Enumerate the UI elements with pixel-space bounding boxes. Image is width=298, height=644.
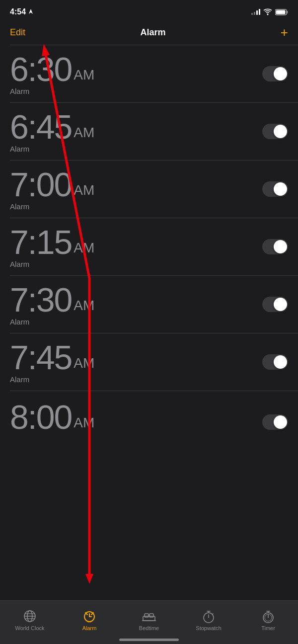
alarm-icon [82,609,96,623]
alarm-item-630[interactable]: 6:30 AM Alarm [0,45,298,102]
toggle-knob [274,415,287,429]
alarm-ampm: AM [74,415,94,434]
svg-line-18 [91,613,93,615]
page-title: Alarm [140,27,165,38]
alarm-toggle-730[interactable] [262,297,288,312]
toggle-knob [274,125,287,138]
alarm-info: 6:30 AM Alarm [10,52,94,95]
alarm-toggle-745[interactable] [262,354,288,370]
svg-rect-22 [149,614,153,617]
status-bar: 4:54 [0,0,298,22]
edit-button[interactable]: Edit [10,27,25,38]
svg-line-17 [85,613,87,615]
tab-timer[interactable]: Timer [238,609,298,631]
svg-marker-0 [29,9,33,14]
alarm-item-745[interactable]: 7:45 AM Alarm [0,333,298,391]
nav-bar: Edit Alarm + [0,22,298,45]
alarm-toggle-700[interactable] [262,181,288,197]
status-time: 4:54 [10,7,34,16]
alarm-ampm: AM [74,182,94,201]
svg-rect-21 [145,614,149,617]
alarm-label: Alarm [10,318,94,326]
alarm-label: Alarm [10,87,94,95]
timer-icon [261,609,275,623]
toggle-knob [274,298,287,311]
alarm-label: Alarm [10,202,94,211]
alarm-toggle-645[interactable] [262,124,288,139]
location-icon [28,9,34,15]
toggle-knob [274,67,287,80]
alarm-time: 6:30 [10,52,72,86]
bedtime-icon [142,609,156,623]
alarm-time: 7:45 [10,340,72,374]
alarm-ampm: AM [74,355,94,374]
alarm-info: 8:00 AM [10,400,94,434]
svg-point-1 [267,14,269,15]
tab-timer-label: Timer [261,625,275,631]
alarm-info: 6:45 AM Alarm [10,110,94,153]
alarm-info: 7:15 AM Alarm [10,225,94,268]
alarm-item-730[interactable]: 7:30 AM Alarm [0,276,298,333]
alarm-item-800[interactable]: 8:00 AM [0,391,298,436]
alarm-time: 7:15 [10,225,72,259]
toggle-knob [274,240,287,253]
status-icons [251,8,288,15]
svg-rect-3 [287,11,288,13]
toggle-knob [274,182,287,196]
alarm-ampm: AM [74,67,94,86]
alarm-info: 7:45 AM Alarm [10,340,94,384]
alarm-info: 7:00 AM Alarm [10,167,94,211]
alarm-toggle-715[interactable] [262,239,288,254]
tab-world-clock[interactable]: World Clock [0,609,60,631]
alarm-ampm: AM [74,298,94,317]
battery-icon [275,9,288,15]
tab-alarm-label: Alarm [82,625,97,631]
alarm-toggle-630[interactable] [262,66,288,81]
alarm-time: 7:30 [10,283,72,317]
alarm-label: Alarm [10,145,94,153]
tab-bedtime-label: Bedtime [139,625,159,631]
time-display: 4:54 [10,7,26,16]
tab-bedtime[interactable]: Bedtime [119,609,179,631]
svg-rect-4 [276,10,286,14]
alarm-ampm: AM [74,125,94,144]
toggle-knob [274,355,287,369]
alarm-item-715[interactable]: 7:15 AM Alarm [0,218,298,275]
alarm-info: 7:30 AM Alarm [10,283,94,326]
world-clock-icon [23,609,37,623]
tab-world-clock-label: World Clock [15,625,44,631]
alarm-time: 7:00 [10,167,72,201]
home-indicator [119,639,179,641]
wifi-icon [263,8,272,15]
alarm-ampm: AM [74,240,94,259]
tab-alarm[interactable]: Alarm [60,609,119,631]
alarm-time: 8:00 [10,400,72,434]
add-alarm-button[interactable]: + [281,26,288,39]
alarm-label: Alarm [10,375,94,384]
alarm-label: Alarm [10,260,94,268]
signal-icon [251,9,260,15]
tab-bar: World Clock Alarm [0,600,298,644]
svg-marker-8 [85,574,93,584]
alarm-item-645[interactable]: 6:45 AM Alarm [0,103,298,160]
alarm-item-700[interactable]: 7:00 AM Alarm [0,161,298,218]
alarm-toggle-800[interactable] [262,414,288,430]
tab-stopwatch[interactable]: Stopwatch [179,609,238,631]
alarm-list: 6:30 AM Alarm 6:45 AM Alarm 7:00 AM [0,45,298,436]
alarm-time: 6:45 [10,110,72,144]
stopwatch-icon [202,609,216,623]
tab-stopwatch-label: Stopwatch [196,625,221,631]
